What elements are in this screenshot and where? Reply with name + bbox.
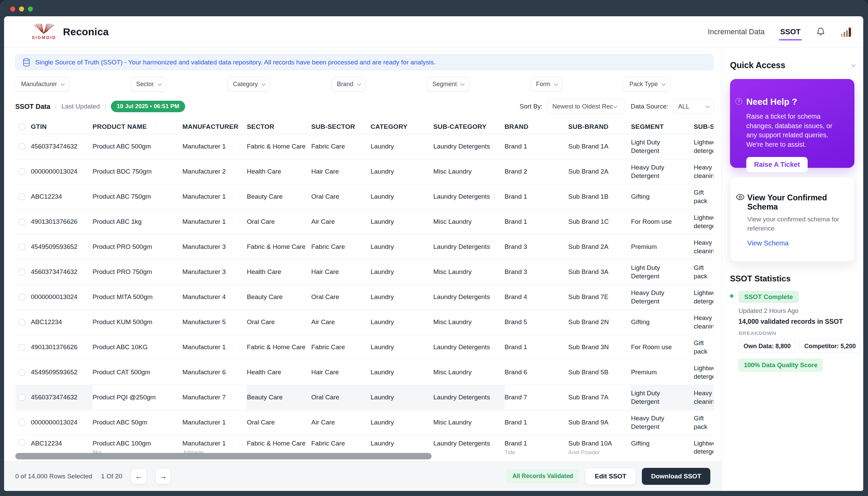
cell-product-name: Product PQI @250gm [93, 385, 182, 410]
cell-value: Light Duty Detergent [631, 264, 689, 280]
cell-gtin: 0000000013024 [31, 285, 93, 310]
cell-value: For Room use [631, 343, 689, 351]
cell-value: Oral Care [247, 218, 307, 226]
row-select-cell [15, 385, 31, 410]
cell-sub-segment: Gift pack [694, 410, 713, 435]
row-checkbox[interactable] [19, 394, 25, 401]
cell-sub-sector: Air Care [311, 410, 371, 435]
cell-sub-brand: Sub Brand 10AAriel Powder [568, 439, 631, 459]
cell-value: Air Care [311, 418, 367, 427]
cell-manufacturer: Manufacturer 3 [182, 260, 247, 284]
cell-value: Brand 1 [505, 439, 564, 448]
previous-page-button[interactable]: ← [131, 468, 146, 484]
row-checkbox[interactable] [19, 169, 25, 175]
quick-access-header[interactable]: Quick Access [730, 60, 854, 70]
data-source-value: ALL [678, 103, 689, 110]
filter-label: Manufacturer [21, 81, 57, 88]
view-schema-link[interactable]: View Schema [747, 239, 789, 247]
cell-value: Sub Brand 2A [568, 168, 627, 176]
cell-value: Misc Laundry [433, 368, 500, 376]
cell-value: Sub Brand 7A [568, 393, 627, 401]
cell-value: Sub Brand 9A [568, 418, 627, 427]
download-ssot-button[interactable]: Download SSOT [642, 468, 710, 485]
next-page-button[interactable]: → [155, 468, 171, 484]
cell-sub-category: Misc Laundry [433, 210, 505, 234]
cell-value: Sub Brand 3A [568, 268, 627, 276]
filter-pack-type[interactable]: Pack Type [623, 77, 670, 92]
profile-avatar[interactable] [841, 27, 851, 37]
cell-value: Brand 3 [505, 268, 564, 276]
cell-sub-brand: Sub Brand 2A [568, 159, 631, 184]
filter-segment[interactable]: Segment [427, 77, 469, 92]
cell-value: Health Care [247, 168, 307, 176]
row-checkbox[interactable] [19, 439, 25, 446]
cell-value: Laundry [371, 318, 429, 326]
cell-sector: Beauty Care [247, 184, 311, 209]
cell-brand: Brand 6 [505, 360, 568, 385]
sort-by-select[interactable]: Newest to Oldest Rec [547, 99, 626, 113]
cell-segment: Heavy Duty Detergent [631, 285, 694, 310]
close-window-button[interactable] [10, 6, 15, 12]
table-row: 0000000013024Product MITA 500gmManufactu… [15, 285, 714, 310]
chevron-down-icon [461, 82, 465, 86]
cell-value: Manufacturer 1 [182, 218, 243, 226]
row-select-cell [15, 285, 31, 310]
data-source-select[interactable]: ALL [673, 99, 714, 113]
row-checkbox[interactable] [19, 369, 25, 376]
database-icon [22, 58, 31, 67]
cell-brand: Brand 2 [505, 159, 568, 184]
cell-value: Manufacturer 1 [182, 142, 243, 151]
cell-value: Misc Laundry [433, 318, 500, 326]
cell-product-name: Product BDC 750gm [93, 159, 182, 184]
raise-ticket-button[interactable]: Raise A Ticket [746, 157, 808, 172]
minimize-window-button[interactable] [19, 6, 24, 12]
cell-segment: Light Duty Detergent [631, 260, 694, 284]
table-body: 4560373474632Product ABC 500gmManufactur… [15, 134, 714, 459]
cell-sub-sector: Hair Care [311, 159, 371, 184]
filter-form[interactable]: Form [530, 77, 563, 92]
cell-value: Gift pack [694, 339, 709, 356]
filter-sector[interactable]: Sector [130, 77, 167, 92]
breakdown-pills: Own Data: 8,800 Competitor: 5,200 [739, 340, 861, 353]
row-checkbox[interactable] [19, 344, 25, 351]
cell-value: Laundry Detergents [433, 243, 500, 251]
cell-manufacturer: Manufacturer 1 [182, 134, 247, 159]
eye-icon [736, 194, 745, 200]
row-checkbox[interactable] [19, 193, 25, 200]
cell-segment: Gifting [631, 184, 694, 209]
cell-manufacturer: Manufacturer 1 [182, 410, 247, 435]
filter-manufacturer[interactable]: Manufacturer [15, 77, 69, 92]
status-dot-icon [730, 294, 733, 298]
tab-ssot[interactable]: SSOT [780, 28, 801, 36]
edit-ssot-button[interactable]: Edit SSOT [585, 468, 636, 485]
row-checkbox[interactable] [19, 294, 25, 300]
cell-value: Fabric & Home Care [247, 142, 307, 151]
filter-brand[interactable]: Brand [331, 77, 366, 92]
zoom-window-button[interactable] [28, 6, 33, 12]
row-checkbox[interactable] [19, 319, 25, 325]
row-checkbox[interactable] [19, 219, 25, 225]
cell-sector: Fabric & Home Care [247, 235, 311, 259]
horizontal-scrollbar-thumb[interactable] [15, 453, 432, 460]
cell-value: Laundry [371, 192, 429, 201]
cell-value: Heavy cleaning [694, 389, 709, 406]
select-all-checkbox[interactable] [19, 124, 25, 130]
filter-category[interactable]: Category [227, 77, 270, 92]
cell-segment: Gifting [631, 439, 694, 459]
cell-value: Oral Care [247, 318, 307, 326]
row-checkbox[interactable] [19, 244, 25, 250]
column-header-product-name: PRODUCT NAME [93, 120, 182, 134]
cell-subvalue: Ariel Powder [568, 449, 627, 456]
cell-value: Laundry [371, 168, 429, 176]
cell-value: Lightweight detergent [694, 214, 709, 230]
notification-bell-icon[interactable] [816, 27, 825, 37]
cell-subvalue: Tide [505, 449, 564, 456]
tab-incremental-data[interactable]: Incremental Data [708, 28, 765, 36]
row-checkbox[interactable] [19, 269, 25, 275]
cell-value: Manufacturer 7 [182, 393, 243, 401]
row-checkbox[interactable] [19, 419, 25, 426]
cell-value: Sub Brand 2N [568, 318, 627, 326]
column-header-gtin: GTIN [31, 120, 93, 134]
cell-gtin: ABC12234 [31, 310, 93, 335]
row-checkbox[interactable] [19, 143, 25, 150]
